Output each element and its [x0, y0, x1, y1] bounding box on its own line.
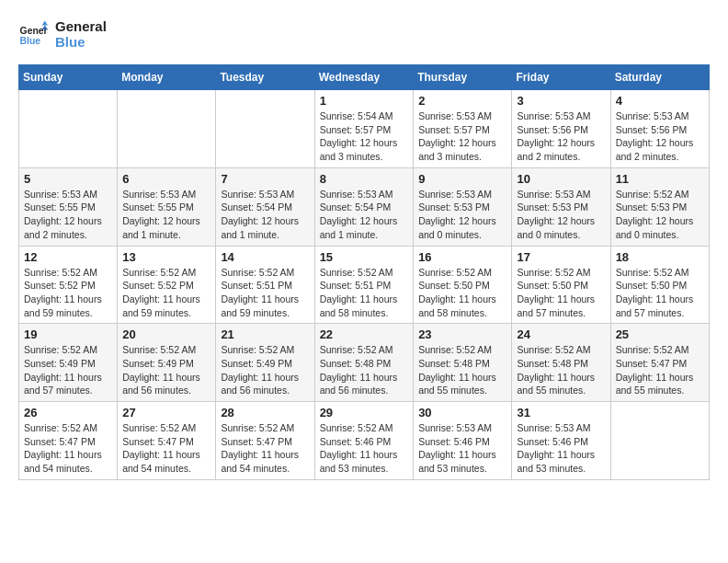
day-detail: Sunrise: 5:53 AM Sunset: 5:54 PM Dayligh…	[320, 188, 409, 242]
calendar-cell: 14Sunrise: 5:52 AM Sunset: 5:51 PM Dayli…	[216, 246, 314, 324]
calendar-cell: 20Sunrise: 5:52 AM Sunset: 5:49 PM Dayli…	[118, 324, 216, 402]
day-number: 1	[320, 94, 409, 108]
logo-general: General	[55, 18, 107, 34]
calendar-header: SundayMondayTuesdayWednesdayThursdayFrid…	[19, 65, 710, 90]
svg-text:Blue: Blue	[20, 36, 41, 46]
day-number: 5	[24, 172, 112, 186]
calendar-cell: 23Sunrise: 5:52 AM Sunset: 5:48 PM Dayli…	[414, 324, 512, 402]
calendar-cell: 10Sunrise: 5:53 AM Sunset: 5:53 PM Dayli…	[512, 167, 610, 246]
day-number: 9	[418, 172, 506, 186]
day-detail: Sunrise: 5:53 AM Sunset: 5:53 PM Dayligh…	[517, 188, 605, 242]
calendar-cell: 26Sunrise: 5:52 AM Sunset: 5:47 PM Dayli…	[19, 402, 118, 480]
week-row-4: 19Sunrise: 5:52 AM Sunset: 5:49 PM Dayli…	[19, 324, 710, 402]
weekday-header-tuesday: Tuesday	[216, 65, 314, 90]
calendar-cell: 21Sunrise: 5:52 AM Sunset: 5:49 PM Dayli…	[216, 324, 314, 402]
calendar-cell: 22Sunrise: 5:52 AM Sunset: 5:48 PM Dayli…	[314, 324, 414, 402]
calendar-cell: 19Sunrise: 5:52 AM Sunset: 5:49 PM Dayli…	[19, 324, 118, 402]
calendar-table: SundayMondayTuesdayWednesdayThursdayFrid…	[18, 64, 710, 480]
week-row-5: 26Sunrise: 5:52 AM Sunset: 5:47 PM Dayli…	[19, 402, 710, 480]
weekday-header-thursday: Thursday	[414, 65, 512, 90]
day-detail: Sunrise: 5:52 AM Sunset: 5:50 PM Dayligh…	[517, 266, 605, 320]
weekday-header-friday: Friday	[512, 65, 610, 90]
day-number: 10	[517, 172, 605, 186]
day-number: 17	[517, 250, 605, 264]
day-detail: Sunrise: 5:52 AM Sunset: 5:51 PM Dayligh…	[320, 266, 409, 320]
day-detail: Sunrise: 5:53 AM Sunset: 5:57 PM Dayligh…	[418, 109, 506, 164]
day-number: 22	[320, 327, 409, 341]
calendar-cell: 5Sunrise: 5:53 AM Sunset: 5:55 PM Daylig…	[19, 167, 118, 246]
calendar-cell: 12Sunrise: 5:52 AM Sunset: 5:52 PM Dayli…	[19, 246, 118, 324]
calendar-cell: 27Sunrise: 5:52 AM Sunset: 5:47 PM Dayli…	[118, 402, 216, 480]
calendar-cell: 16Sunrise: 5:52 AM Sunset: 5:50 PM Dayli…	[414, 246, 512, 324]
weekday-header-sunday: Sunday	[19, 65, 118, 90]
day-detail: Sunrise: 5:53 AM Sunset: 5:55 PM Dayligh…	[24, 188, 112, 242]
day-detail: Sunrise: 5:52 AM Sunset: 5:52 PM Dayligh…	[24, 266, 112, 320]
day-detail: Sunrise: 5:52 AM Sunset: 5:47 PM Dayligh…	[122, 421, 210, 476]
calendar-cell: 15Sunrise: 5:52 AM Sunset: 5:51 PM Dayli…	[314, 246, 414, 324]
week-row-3: 12Sunrise: 5:52 AM Sunset: 5:52 PM Dayli…	[19, 246, 710, 324]
day-detail: Sunrise: 5:53 AM Sunset: 5:53 PM Dayligh…	[418, 188, 506, 242]
calendar-body: 1Sunrise: 5:54 AM Sunset: 5:57 PM Daylig…	[19, 90, 710, 480]
calendar-cell: 30Sunrise: 5:53 AM Sunset: 5:46 PM Dayli…	[414, 402, 512, 480]
day-number: 6	[122, 172, 210, 186]
day-number: 19	[24, 327, 112, 341]
calendar-cell: 28Sunrise: 5:52 AM Sunset: 5:47 PM Dayli…	[216, 402, 314, 480]
day-detail: Sunrise: 5:52 AM Sunset: 5:50 PM Dayligh…	[418, 266, 506, 320]
page-header: General Blue General Blue	[18, 18, 710, 50]
day-detail: Sunrise: 5:53 AM Sunset: 5:55 PM Dayligh…	[122, 188, 210, 242]
day-number: 15	[320, 250, 409, 264]
weekday-header-wednesday: Wednesday	[314, 65, 414, 90]
day-number: 13	[122, 250, 210, 264]
day-detail: Sunrise: 5:52 AM Sunset: 5:52 PM Dayligh…	[122, 266, 210, 320]
logo: General Blue General Blue	[18, 18, 107, 50]
day-detail: Sunrise: 5:52 AM Sunset: 5:49 PM Dayligh…	[24, 343, 112, 397]
calendar-cell	[610, 402, 709, 480]
calendar-cell: 7Sunrise: 5:53 AM Sunset: 5:54 PM Daylig…	[216, 167, 314, 246]
calendar-cell: 18Sunrise: 5:52 AM Sunset: 5:50 PM Dayli…	[610, 246, 709, 324]
day-detail: Sunrise: 5:52 AM Sunset: 5:47 PM Dayligh…	[616, 343, 704, 397]
day-number: 14	[221, 250, 309, 264]
day-number: 23	[418, 327, 506, 341]
week-row-1: 1Sunrise: 5:54 AM Sunset: 5:57 PM Daylig…	[19, 90, 710, 168]
day-number: 27	[122, 406, 210, 419]
calendar-cell	[19, 90, 118, 168]
calendar-cell: 1Sunrise: 5:54 AM Sunset: 5:57 PM Daylig…	[314, 90, 414, 168]
day-detail: Sunrise: 5:52 AM Sunset: 5:47 PM Dayligh…	[221, 421, 309, 476]
weekday-row: SundayMondayTuesdayWednesdayThursdayFrid…	[19, 65, 710, 90]
day-detail: Sunrise: 5:52 AM Sunset: 5:46 PM Dayligh…	[320, 421, 409, 476]
calendar-cell: 2Sunrise: 5:53 AM Sunset: 5:57 PM Daylig…	[414, 90, 512, 168]
calendar-cell	[118, 90, 216, 168]
logo-icon: General Blue	[18, 19, 48, 49]
calendar-cell: 4Sunrise: 5:53 AM Sunset: 5:56 PM Daylig…	[610, 90, 709, 168]
day-number: 16	[418, 250, 506, 264]
day-number: 3	[517, 94, 605, 108]
calendar-cell	[216, 90, 314, 168]
day-number: 20	[122, 327, 210, 341]
day-detail: Sunrise: 5:52 AM Sunset: 5:51 PM Dayligh…	[221, 266, 309, 320]
day-detail: Sunrise: 5:52 AM Sunset: 5:47 PM Dayligh…	[24, 421, 112, 476]
calendar-cell: 3Sunrise: 5:53 AM Sunset: 5:56 PM Daylig…	[512, 90, 610, 168]
day-number: 30	[418, 406, 506, 419]
day-detail: Sunrise: 5:52 AM Sunset: 5:48 PM Dayligh…	[320, 343, 409, 397]
day-detail: Sunrise: 5:52 AM Sunset: 5:48 PM Dayligh…	[418, 343, 506, 397]
day-number: 8	[320, 172, 409, 186]
svg-marker-2	[42, 21, 48, 26]
day-number: 11	[616, 172, 704, 186]
weekday-header-saturday: Saturday	[610, 65, 709, 90]
day-detail: Sunrise: 5:53 AM Sunset: 5:56 PM Dayligh…	[517, 109, 605, 164]
day-number: 25	[616, 327, 704, 341]
day-number: 18	[616, 250, 704, 264]
day-number: 4	[616, 94, 704, 108]
day-number: 7	[221, 172, 309, 186]
day-number: 21	[221, 327, 309, 341]
day-number: 28	[221, 406, 309, 419]
calendar-cell: 31Sunrise: 5:53 AM Sunset: 5:46 PM Dayli…	[512, 402, 610, 480]
calendar-cell: 25Sunrise: 5:52 AM Sunset: 5:47 PM Dayli…	[610, 324, 709, 402]
day-detail: Sunrise: 5:54 AM Sunset: 5:57 PM Dayligh…	[320, 109, 409, 164]
calendar-cell: 24Sunrise: 5:52 AM Sunset: 5:48 PM Dayli…	[512, 324, 610, 402]
day-detail: Sunrise: 5:53 AM Sunset: 5:54 PM Dayligh…	[221, 188, 309, 242]
day-detail: Sunrise: 5:53 AM Sunset: 5:46 PM Dayligh…	[418, 421, 506, 476]
day-number: 29	[320, 406, 409, 419]
calendar-cell: 9Sunrise: 5:53 AM Sunset: 5:53 PM Daylig…	[414, 167, 512, 246]
calendar-cell: 13Sunrise: 5:52 AM Sunset: 5:52 PM Dayli…	[118, 246, 216, 324]
